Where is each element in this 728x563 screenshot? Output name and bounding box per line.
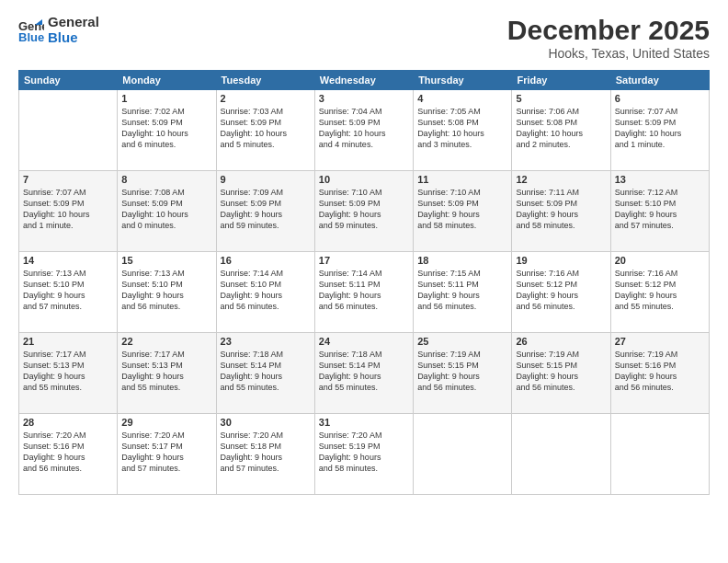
weekday-header-cell: Wednesday <box>314 71 413 90</box>
day-info: Sunrise: 7:02 AM Sunset: 5:09 PM Dayligh… <box>121 106 211 151</box>
weekday-header-cell: Monday <box>118 71 216 90</box>
calendar-cell <box>414 414 512 495</box>
calendar-cell: 30Sunrise: 7:20 AM Sunset: 5:18 PM Dayli… <box>216 414 314 495</box>
weekday-header-cell: Saturday <box>610 71 709 90</box>
day-number: 10 <box>319 174 409 185</box>
day-info: Sunrise: 7:17 AM Sunset: 5:13 PM Dayligh… <box>23 349 113 394</box>
day-number: 1 <box>121 93 211 104</box>
calendar-cell: 22Sunrise: 7:17 AM Sunset: 5:13 PM Dayli… <box>118 333 216 414</box>
day-number: 6 <box>615 93 705 104</box>
month-title: December 2025 <box>507 15 710 46</box>
calendar-body: 1Sunrise: 7:02 AM Sunset: 5:09 PM Daylig… <box>19 90 710 495</box>
header: General Blue General Blue December 2025 … <box>18 15 710 61</box>
day-number: 12 <box>516 174 606 185</box>
day-info: Sunrise: 7:09 AM Sunset: 5:09 PM Dayligh… <box>221 187 311 232</box>
day-number: 19 <box>516 255 606 266</box>
calendar-cell: 1Sunrise: 7:02 AM Sunset: 5:09 PM Daylig… <box>118 90 216 171</box>
day-info: Sunrise: 7:19 AM Sunset: 5:15 PM Dayligh… <box>516 349 606 394</box>
day-info: Sunrise: 7:10 AM Sunset: 5:09 PM Dayligh… <box>417 187 507 232</box>
calendar-cell: 25Sunrise: 7:19 AM Sunset: 5:15 PM Dayli… <box>414 333 512 414</box>
calendar-cell: 19Sunrise: 7:16 AM Sunset: 5:12 PM Dayli… <box>512 252 610 333</box>
day-info: Sunrise: 7:18 AM Sunset: 5:14 PM Dayligh… <box>221 349 311 394</box>
day-info: Sunrise: 7:16 AM Sunset: 5:12 PM Dayligh… <box>516 268 606 313</box>
day-info: Sunrise: 7:14 AM Sunset: 5:10 PM Dayligh… <box>221 268 311 313</box>
calendar-cell: 5Sunrise: 7:06 AM Sunset: 5:08 PM Daylig… <box>512 90 610 171</box>
day-info: Sunrise: 7:10 AM Sunset: 5:09 PM Dayligh… <box>319 187 409 232</box>
calendar-cell: 16Sunrise: 7:14 AM Sunset: 5:10 PM Dayli… <box>216 252 314 333</box>
day-info: Sunrise: 7:15 AM Sunset: 5:11 PM Dayligh… <box>417 268 507 313</box>
day-number: 4 <box>417 93 507 104</box>
day-number: 26 <box>516 336 606 347</box>
calendar-cell: 11Sunrise: 7:10 AM Sunset: 5:09 PM Dayli… <box>414 171 512 252</box>
weekday-header-cell: Thursday <box>414 71 512 90</box>
day-info: Sunrise: 7:20 AM Sunset: 5:18 PM Dayligh… <box>221 430 311 475</box>
location-title: Hooks, Texas, United States <box>507 46 710 61</box>
calendar-cell: 23Sunrise: 7:18 AM Sunset: 5:14 PM Dayli… <box>216 333 314 414</box>
calendar-cell: 31Sunrise: 7:20 AM Sunset: 5:19 PM Dayli… <box>314 414 413 495</box>
calendar-cell: 9Sunrise: 7:09 AM Sunset: 5:09 PM Daylig… <box>216 171 314 252</box>
calendar-cell: 13Sunrise: 7:12 AM Sunset: 5:10 PM Dayli… <box>610 171 709 252</box>
calendar-cell: 27Sunrise: 7:19 AM Sunset: 5:16 PM Dayli… <box>610 333 709 414</box>
day-number: 31 <box>319 417 409 428</box>
calendar-week-row: 21Sunrise: 7:17 AM Sunset: 5:13 PM Dayli… <box>19 333 710 414</box>
day-info: Sunrise: 7:19 AM Sunset: 5:15 PM Dayligh… <box>417 349 507 394</box>
day-info: Sunrise: 7:13 AM Sunset: 5:10 PM Dayligh… <box>23 268 113 313</box>
day-number: 11 <box>417 174 507 185</box>
day-number: 7 <box>23 174 113 185</box>
day-info: Sunrise: 7:12 AM Sunset: 5:10 PM Dayligh… <box>615 187 705 232</box>
calendar-cell: 2Sunrise: 7:03 AM Sunset: 5:09 PM Daylig… <box>216 90 314 171</box>
calendar-cell: 12Sunrise: 7:11 AM Sunset: 5:09 PM Dayli… <box>512 171 610 252</box>
day-info: Sunrise: 7:20 AM Sunset: 5:16 PM Dayligh… <box>23 430 113 475</box>
logo: General Blue General Blue <box>18 15 99 45</box>
day-info: Sunrise: 7:04 AM Sunset: 5:09 PM Dayligh… <box>319 106 409 151</box>
title-block: December 2025 Hooks, Texas, United State… <box>507 15 710 61</box>
day-number: 28 <box>23 417 113 428</box>
day-number: 15 <box>121 255 211 266</box>
day-number: 24 <box>319 336 409 347</box>
calendar-cell: 14Sunrise: 7:13 AM Sunset: 5:10 PM Dayli… <box>19 252 118 333</box>
day-info: Sunrise: 7:07 AM Sunset: 5:09 PM Dayligh… <box>615 106 705 151</box>
calendar-week-row: 7Sunrise: 7:07 AM Sunset: 5:09 PM Daylig… <box>19 171 710 252</box>
day-info: Sunrise: 7:16 AM Sunset: 5:12 PM Dayligh… <box>615 268 705 313</box>
calendar-table: SundayMondayTuesdayWednesdayThursdayFrid… <box>18 70 710 495</box>
calendar-cell <box>19 90 118 171</box>
day-number: 25 <box>417 336 507 347</box>
calendar-cell: 3Sunrise: 7:04 AM Sunset: 5:09 PM Daylig… <box>314 90 413 171</box>
calendar-cell: 17Sunrise: 7:14 AM Sunset: 5:11 PM Dayli… <box>314 252 413 333</box>
day-number: 20 <box>615 255 705 266</box>
day-info: Sunrise: 7:14 AM Sunset: 5:11 PM Dayligh… <box>319 268 409 313</box>
day-number: 30 <box>221 417 311 428</box>
day-info: Sunrise: 7:06 AM Sunset: 5:08 PM Dayligh… <box>516 106 606 151</box>
calendar-week-row: 1Sunrise: 7:02 AM Sunset: 5:09 PM Daylig… <box>19 90 710 171</box>
calendar-cell <box>610 414 709 495</box>
day-number: 29 <box>121 417 211 428</box>
day-number: 8 <box>121 174 211 185</box>
weekday-header-cell: Friday <box>512 71 610 90</box>
calendar-cell: 10Sunrise: 7:10 AM Sunset: 5:09 PM Dayli… <box>314 171 413 252</box>
day-number: 22 <box>121 336 211 347</box>
calendar-cell: 6Sunrise: 7:07 AM Sunset: 5:09 PM Daylig… <box>610 90 709 171</box>
day-number: 17 <box>319 255 409 266</box>
day-number: 23 <box>221 336 311 347</box>
calendar-cell: 29Sunrise: 7:20 AM Sunset: 5:17 PM Dayli… <box>118 414 216 495</box>
day-number: 13 <box>615 174 705 185</box>
calendar-cell: 26Sunrise: 7:19 AM Sunset: 5:15 PM Dayli… <box>512 333 610 414</box>
day-info: Sunrise: 7:08 AM Sunset: 5:09 PM Dayligh… <box>121 187 211 232</box>
day-info: Sunrise: 7:17 AM Sunset: 5:13 PM Dayligh… <box>121 349 211 394</box>
day-number: 5 <box>516 93 606 104</box>
weekday-header-cell: Sunday <box>19 71 118 90</box>
weekday-header-cell: Tuesday <box>216 71 314 90</box>
calendar-week-row: 14Sunrise: 7:13 AM Sunset: 5:10 PM Dayli… <box>19 252 710 333</box>
calendar-page: General Blue General Blue December 2025 … <box>0 0 728 563</box>
day-info: Sunrise: 7:11 AM Sunset: 5:09 PM Dayligh… <box>516 187 606 232</box>
day-info: Sunrise: 7:20 AM Sunset: 5:17 PM Dayligh… <box>121 430 211 475</box>
day-info: Sunrise: 7:19 AM Sunset: 5:16 PM Dayligh… <box>615 349 705 394</box>
day-info: Sunrise: 7:05 AM Sunset: 5:08 PM Dayligh… <box>417 106 507 151</box>
day-number: 2 <box>221 93 311 104</box>
day-info: Sunrise: 7:20 AM Sunset: 5:19 PM Dayligh… <box>319 430 409 475</box>
calendar-cell: 4Sunrise: 7:05 AM Sunset: 5:08 PM Daylig… <box>414 90 512 171</box>
day-number: 16 <box>221 255 311 266</box>
calendar-cell: 7Sunrise: 7:07 AM Sunset: 5:09 PM Daylig… <box>19 171 118 252</box>
day-number: 14 <box>23 255 113 266</box>
calendar-week-row: 28Sunrise: 7:20 AM Sunset: 5:16 PM Dayli… <box>19 414 710 495</box>
